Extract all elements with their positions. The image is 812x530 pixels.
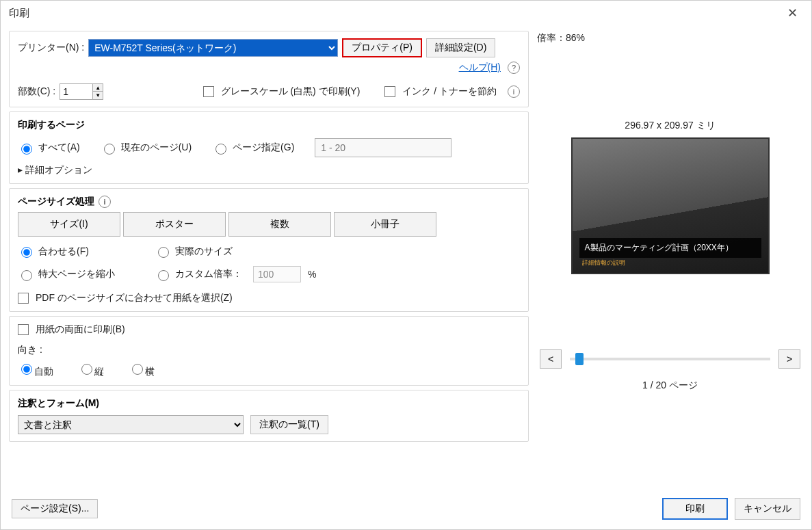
printer-select[interactable]: EW-M752T Series(ネットワーク) <box>88 39 338 57</box>
grayscale-checkbox[interactable]: グレースケール (白黒) で印刷(Y) <box>203 85 361 98</box>
preview-slide-subtitle: 詳細情報の説明 <box>582 259 625 267</box>
grayscale-check-icon <box>203 86 214 97</box>
pagesize-title: ページサイズ処理 i <box>18 196 520 208</box>
preview-dimensions: 296.97 x 209.97 ミリ <box>537 120 803 132</box>
annotations-section: 注釈とフォーム(M) 文書と注釈 注釈の一覧(T) <box>9 390 529 442</box>
bothsides-check-icon <box>18 324 29 335</box>
annotations-title: 注釈とフォーム(M) <box>18 397 520 410</box>
orient-auto-radio[interactable]: 自動 <box>18 362 53 378</box>
next-page-button[interactable]: > <box>778 349 800 369</box>
pagesize-section: ページサイズ処理 i サイズ(I) ポスター 複数 小冊子 合わせる(F) 実際… <box>9 188 529 312</box>
copies-up-icon[interactable]: ▲ <box>93 84 103 92</box>
orientation-label: 向き : <box>18 344 520 356</box>
copies-input[interactable] <box>60 83 92 100</box>
page-slider-thumb[interactable] <box>575 353 584 365</box>
print-button[interactable]: 印刷 <box>662 498 728 520</box>
orient-portrait-radio[interactable]: 縦 <box>78 362 104 378</box>
pages-title: 印刷するページ <box>18 119 520 131</box>
preview-slide-title: A製品のマーケティング計画（20XX年） <box>579 238 761 258</box>
page-slider[interactable] <box>570 358 770 360</box>
choose-paper-check-icon <box>18 293 29 304</box>
orient-landscape-radio[interactable]: 横 <box>129 362 155 378</box>
tab-multiple[interactable]: 複数 <box>228 212 331 237</box>
preview-panel: 倍率：86% 296.97 x 209.97 ミリ A製品のマーケティング計画（… <box>537 31 803 488</box>
prev-page-button[interactable]: < <box>540 349 562 369</box>
properties-button[interactable]: プロパティ(P) <box>342 38 422 57</box>
duplex-section: 用紙の両面に印刷(B) 向き : 自動 縦 横 <box>9 316 529 386</box>
pages-more-options[interactable]: ▸ 詳細オプション <box>18 164 520 176</box>
actual-radio[interactable]: 実際のサイズ <box>155 245 520 258</box>
printer-section: プリンター(N) : EW-M752T Series(ネットワーク) プロパティ… <box>9 31 529 107</box>
copies-label: 部数(C) : <box>18 85 55 98</box>
annotations-select[interactable]: 文書と注釈 <box>18 415 244 434</box>
fit-radio[interactable]: 合わせる(F) <box>18 245 155 258</box>
scale-label: 倍率：86% <box>537 32 803 44</box>
close-icon[interactable]: ✕ <box>782 3 803 23</box>
custom-radio[interactable]: カスタム倍率： % <box>155 266 520 282</box>
inksave-check-icon <box>384 86 395 97</box>
choose-paper-checkbox[interactable]: PDF のページサイズに合わせて用紙を選択(Z) <box>18 292 520 304</box>
help-info-icon[interactable]: ? <box>508 62 520 74</box>
printer-label: プリンター(N) : <box>18 42 84 54</box>
custom-scale-input[interactable] <box>253 266 301 282</box>
pages-range-input[interactable] <box>315 138 451 157</box>
pages-range-radio[interactable]: ページ指定(G) <box>212 142 294 155</box>
dialog-footer: ページ設定(S)... 印刷 キャンセル <box>1 488 811 529</box>
preview-thumbnail: A製品のマーケティング計画（20XX年） 詳細情報の説明 <box>571 137 770 274</box>
window-title: 印刷 <box>9 7 29 20</box>
pagesize-info-icon[interactable]: i <box>99 196 111 208</box>
page-setup-button[interactable]: ページ設定(S)... <box>12 499 98 518</box>
tab-size[interactable]: サイズ(I) <box>18 212 120 237</box>
inksave-info-icon[interactable]: i <box>508 85 520 98</box>
help-link[interactable]: ヘルプ(H) <box>459 62 501 74</box>
cancel-button[interactable]: キャンセル <box>735 498 800 520</box>
advanced-settings-button[interactable]: 詳細設定(D) <box>426 38 495 57</box>
tab-booklet[interactable]: 小冊子 <box>334 212 436 237</box>
titlebar: 印刷 ✕ <box>1 1 811 25</box>
copies-down-icon[interactable]: ▼ <box>93 92 103 99</box>
bothsides-checkbox[interactable]: 用紙の両面に印刷(B) <box>18 323 520 336</box>
annotations-list-button[interactable]: 注釈の一覧(T) <box>250 415 328 434</box>
pages-current-radio[interactable]: 現在のページ(U) <box>101 142 192 155</box>
inksave-checkbox[interactable]: インク / トナーを節約 <box>384 85 497 98</box>
pages-all-radio[interactable]: すべて(A) <box>18 142 80 155</box>
page-count-label: 1 / 20 ページ <box>537 380 803 392</box>
tab-poster[interactable]: ポスター <box>123 212 226 237</box>
pages-section: 印刷するページ すべて(A) 現在のページ(U) ページ指定(G) ▸ 詳細オプ… <box>9 111 529 184</box>
shrink-radio[interactable]: 特大ページを縮小 <box>18 266 155 282</box>
